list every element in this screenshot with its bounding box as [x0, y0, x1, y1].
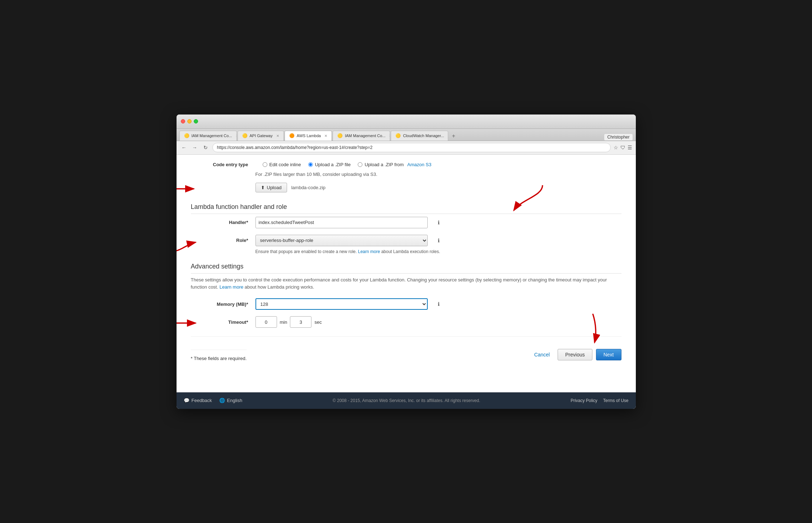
- handler-input[interactable]: [255, 217, 428, 228]
- tab-label: IAM Management Co...: [345, 134, 385, 138]
- tab-label: AWS Lambda: [297, 134, 321, 138]
- arrow-to-next: [571, 314, 600, 347]
- handler-row: Handler* ℹ: [191, 217, 621, 228]
- title-bar: [177, 115, 636, 129]
- tab-icon: 🟡: [337, 133, 343, 138]
- new-tab-button[interactable]: +: [449, 131, 458, 141]
- minimize-button[interactable]: [187, 119, 192, 123]
- user-label: Christopher: [604, 134, 633, 141]
- role-label: Role*: [191, 238, 255, 243]
- advanced-description: These settings allow you to control the …: [191, 276, 621, 291]
- radio-upload-s3-label: Upload a .ZIP from: [365, 162, 404, 167]
- pricing-learn-more-link[interactable]: Learn more: [220, 284, 243, 290]
- close-button[interactable]: [181, 119, 185, 123]
- browser-window: 🟡 IAM Management Co... ✕ 🟡 API Gateway ✕…: [177, 115, 636, 409]
- tab-close-cloudwatch[interactable]: ✕: [448, 134, 448, 138]
- tab-apigateway[interactable]: 🟡 API Gateway ✕: [238, 131, 284, 141]
- memory-row: Memory (MB)* 128 256 512 1024 ℹ: [191, 298, 621, 310]
- advanced-section-title: Advanced settings: [191, 263, 621, 274]
- arrow-to-upload: [177, 183, 198, 194]
- address-bar: ← → ↻ ☆ 🛡 ☰: [177, 141, 636, 155]
- advanced-section: Advanced settings These settings allow y…: [191, 263, 621, 328]
- tab-cloudwatch[interactable]: 🟡 CloudWatch Manager... ✕: [391, 131, 448, 141]
- bottom-area: * These fields are required. Cancel: [191, 336, 621, 361]
- zip-notice: For .ZIP files larger than 10 MB, consid…: [255, 172, 621, 177]
- next-button[interactable]: Next: [596, 349, 621, 360]
- forward-button[interactable]: →: [191, 144, 199, 151]
- memory-select[interactable]: 128 256 512 1024: [255, 298, 428, 310]
- main-content: Code entry type Edit code inline Upload …: [177, 155, 636, 392]
- bookmark-icon[interactable]: ☆: [614, 145, 618, 150]
- address-input[interactable]: [212, 143, 611, 152]
- tab-label: CloudWatch Manager...: [403, 134, 444, 138]
- tab-icon: 🟡: [242, 133, 248, 138]
- language-button[interactable]: 🌐 English: [219, 398, 243, 403]
- role-row: Role* serverless-buffer-app-role ℹ: [191, 235, 621, 246]
- feedback-button[interactable]: 💬 Feedback: [184, 398, 212, 403]
- upload-btn-label: Upload: [267, 185, 282, 190]
- upload-icon: ⬆: [261, 185, 265, 190]
- maximize-button[interactable]: [194, 119, 198, 123]
- arrow-to-handler: [507, 185, 550, 215]
- tab-label: API Gateway: [250, 134, 273, 138]
- memory-info-icon[interactable]: ℹ: [438, 301, 440, 307]
- timeout-inputs: min sec: [255, 316, 322, 328]
- role-control: serverless-buffer-app-role: [255, 235, 435, 246]
- tab-close-iam1[interactable]: ✕: [236, 134, 237, 138]
- privacy-policy-link[interactable]: Privacy Policy: [571, 398, 597, 403]
- upload-row: ⬆ Upload lambda-code.zip: [255, 183, 621, 192]
- tab-iam1[interactable]: 🟡 IAM Management Co... ✕: [179, 131, 237, 141]
- radio-inline-input[interactable]: [263, 162, 267, 167]
- tab-icon: 🟠: [289, 133, 295, 138]
- tab-close-awslambda[interactable]: ✕: [324, 134, 327, 138]
- feedback-icon: 💬: [184, 398, 189, 403]
- tab-close-iam2[interactable]: ✕: [389, 134, 390, 138]
- radio-inline[interactable]: Edit code inline: [263, 162, 301, 167]
- traffic-lights: [181, 119, 198, 123]
- code-entry-row: Code entry type Edit code inline Upload …: [191, 162, 621, 167]
- timeout-min-label: min: [280, 319, 287, 325]
- radio-upload-s3[interactable]: Upload a .ZIP from Amazon S3: [358, 162, 431, 167]
- radio-upload-zip[interactable]: Upload a .ZIP file: [308, 162, 351, 167]
- terms-of-use-link[interactable]: Terms of Use: [603, 398, 629, 403]
- radio-inline-label: Edit code inline: [269, 162, 301, 167]
- timeout-row: Timeout* min sec: [191, 316, 621, 328]
- tab-icon: 🟡: [184, 133, 189, 138]
- filename-display: lambda-code.zip: [291, 185, 325, 190]
- copyright-text: © 2008 - 2015, Amazon Web Services, Inc.…: [249, 398, 563, 403]
- language-label: English: [227, 398, 243, 403]
- tabs-bar: 🟡 IAM Management Co... ✕ 🟡 API Gateway ✕…: [177, 129, 636, 141]
- role-info-icon[interactable]: ℹ: [438, 238, 440, 243]
- tab-iam2[interactable]: 🟡 IAM Management Co... ✕: [333, 131, 390, 141]
- handler-info-icon[interactable]: ℹ: [438, 220, 440, 225]
- timeout-sec-label: sec: [314, 319, 321, 325]
- globe-icon: 🌐: [219, 398, 225, 403]
- action-bar: Cancel Previous Next: [530, 349, 621, 360]
- role-select[interactable]: serverless-buffer-app-role: [255, 235, 428, 246]
- role-learn-more-link[interactable]: Learn more: [358, 249, 380, 254]
- toolbar-icons: ☆ 🛡 ☰: [614, 145, 632, 150]
- previous-button[interactable]: Previous: [558, 349, 592, 360]
- tab-close-apigateway[interactable]: ✕: [276, 134, 279, 138]
- timeout-label: Timeout*: [191, 319, 255, 325]
- handler-control: [255, 217, 435, 228]
- upload-button[interactable]: ⬆ Upload: [255, 183, 287, 192]
- back-button[interactable]: ←: [180, 144, 188, 151]
- menu-icon[interactable]: ☰: [628, 145, 632, 150]
- radio-upload-zip-input[interactable]: [308, 162, 313, 167]
- timeout-min-input[interactable]: [255, 316, 277, 328]
- reload-button[interactable]: ↻: [202, 144, 210, 151]
- tab-icon: 🟡: [395, 133, 401, 138]
- feedback-label: Feedback: [192, 398, 212, 403]
- memory-control: 128 256 512 1024: [255, 298, 435, 310]
- memory-label: Memory (MB)*: [191, 302, 255, 307]
- timeout-sec-input[interactable]: [290, 316, 311, 328]
- s3-link[interactable]: Amazon S3: [407, 162, 431, 167]
- tab-label: IAM Management Co...: [192, 134, 232, 138]
- radio-upload-s3-input[interactable]: [358, 162, 362, 167]
- cancel-button[interactable]: Cancel: [530, 350, 554, 360]
- tab-awslambda[interactable]: 🟠 AWS Lambda ✕: [285, 131, 332, 141]
- extension-icon[interactable]: 🛡: [620, 145, 625, 150]
- footer-links: Privacy Policy Terms of Use: [571, 398, 628, 403]
- handler-role-section-title: Lambda function handler and role: [191, 203, 621, 214]
